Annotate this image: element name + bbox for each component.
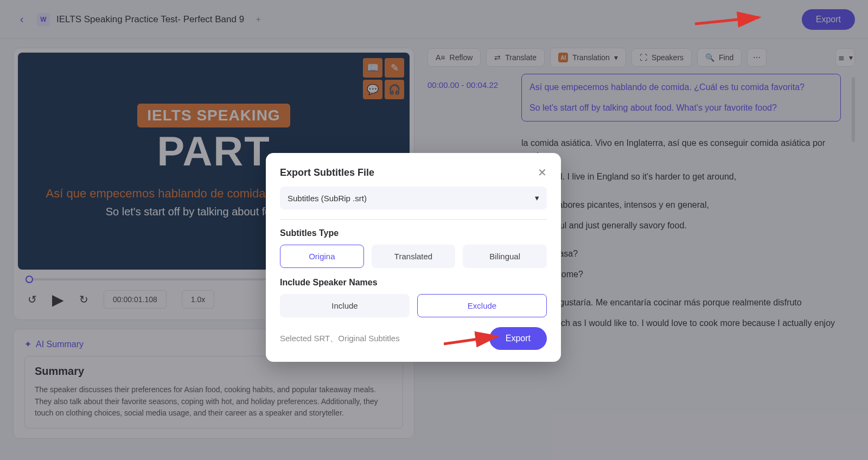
export-modal: Export Subtitles File ✕ Subtitles (SubRi… [266, 153, 561, 362]
format-value: Subtitles (SubRip .srt) [288, 194, 367, 203]
speaker-names-label: Include Speaker Names [280, 278, 547, 288]
chevron-down-icon: ▾ [535, 193, 539, 203]
speaker-names-option[interactable]: Exclude [417, 294, 547, 317]
subtitle-type-option[interactable]: Translated [372, 245, 456, 268]
close-icon: ✕ [538, 167, 547, 178]
subtitle-type-option[interactable]: Bilingual [463, 245, 547, 268]
modal-export-button[interactable]: Export [489, 327, 547, 350]
speaker-names-option[interactable]: Include [280, 294, 410, 317]
speaker-names-group: IncludeExclude [280, 294, 547, 317]
modal-title: Export Subtitles File [280, 167, 374, 178]
selected-summary: Selected SRT、Original Subtitles [280, 334, 400, 344]
divider [280, 219, 547, 220]
subtitle-type-group: OriginaTranslatedBilingual [280, 245, 547, 268]
format-select[interactable]: Subtitles (SubRip .srt) ▾ [280, 187, 547, 209]
subtitle-type-label: Subtitles Type [280, 228, 547, 238]
modal-close-button[interactable]: ✕ [538, 166, 547, 179]
subtitle-type-option[interactable]: Origina [280, 245, 364, 268]
